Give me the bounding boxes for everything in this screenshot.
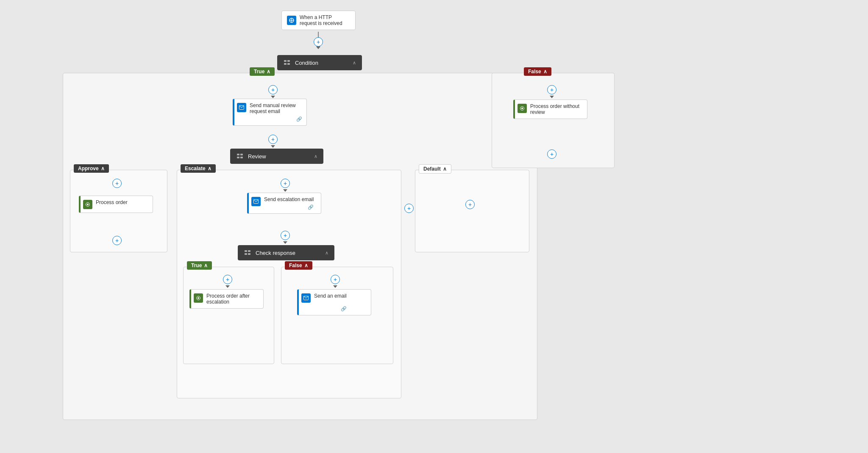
plus-approve-top[interactable]: +	[112, 179, 122, 188]
inner-false-label[interactable]: False ∧	[285, 261, 312, 270]
condition-node[interactable]: Condition ∧	[277, 55, 362, 70]
true-chevron: ∧	[267, 69, 270, 75]
approve-label[interactable]: Approve ∧	[74, 164, 109, 173]
svg-rect-24	[237, 154, 239, 155]
svg-rect-21	[284, 63, 287, 65]
plus-between-branches[interactable]: +	[404, 204, 414, 213]
default-container: Default ∧ +	[415, 170, 529, 252]
send-escalation-label: Send escalation email	[264, 196, 314, 202]
svg-rect-33	[245, 253, 247, 255]
send-manual-review-label: Send manual review request email	[250, 102, 302, 114]
svg-rect-32	[248, 250, 250, 252]
arrow-to-process-no-review	[550, 96, 554, 98]
review-chevron[interactable]: ∧	[314, 154, 317, 159]
process-order-node[interactable]: Process order	[79, 196, 153, 213]
workflow-canvas: When a HTTP request is received + Condit…	[0, 0, 868, 453]
svg-rect-20	[287, 60, 290, 62]
plus-inner-true[interactable]: +	[223, 275, 232, 284]
svg-rect-22	[287, 63, 290, 65]
svg-rect-27	[240, 157, 243, 158]
check-response-node[interactable]: Check response ∧	[238, 245, 334, 260]
process-icon-no-review	[517, 104, 527, 113]
plus-approve-bottom[interactable]: +	[112, 236, 122, 245]
process-after-escalation-label: Process order after escalation	[206, 293, 259, 305]
plus-trigger[interactable]: +	[314, 37, 323, 47]
process-icon-escalation	[194, 293, 203, 303]
link-icon-manual: 🔗	[296, 116, 302, 122]
condition-icon	[283, 58, 292, 67]
check-response-chevron[interactable]: ∧	[325, 250, 328, 256]
approve-container: Approve ∧ + Process order	[70, 170, 167, 252]
trigger-label: When a HTTP request is received	[300, 14, 350, 26]
approve-chevron: ∧	[101, 166, 105, 171]
plus-false-bottom[interactable]: +	[547, 149, 556, 159]
review-node[interactable]: Review ∧	[230, 149, 323, 164]
svg-point-36	[198, 297, 199, 299]
plus-default[interactable]: +	[465, 200, 475, 209]
svg-rect-34	[248, 253, 250, 255]
process-no-review-label: Process order without review	[530, 103, 583, 115]
send-email-node[interactable]: Send an email 🔗	[297, 289, 371, 315]
email-icon-escalation	[251, 197, 261, 206]
plus-escalate-top[interactable]: +	[281, 179, 290, 188]
review-label: Review	[248, 153, 266, 160]
arrow-to-review	[271, 145, 275, 148]
trigger-node[interactable]: When a HTTP request is received	[281, 11, 356, 30]
send-escalation-email-node[interactable]: Send escalation email 🔗	[247, 193, 321, 214]
escalate-container: Escalate ∧ +	[177, 170, 401, 398]
svg-rect-19	[284, 60, 287, 62]
arrow-trigger-condition	[316, 47, 320, 49]
plus-after-manual[interactable]: +	[268, 135, 278, 144]
plus-after-escalation-email[interactable]: +	[281, 231, 290, 240]
true-branch-label[interactable]: True ∧	[250, 67, 275, 76]
inner-true-chevron: ∧	[204, 262, 208, 268]
check-response-label: Check response	[256, 250, 295, 256]
http-icon	[287, 16, 296, 25]
arrow-to-process-after-escalation	[225, 285, 230, 288]
default-label[interactable]: Default ∧	[419, 164, 451, 174]
arrow-to-escalation-email	[283, 189, 287, 192]
plus-false-top[interactable]: +	[547, 85, 556, 94]
arrow-to-send-manual	[271, 96, 275, 98]
process-no-review-node[interactable]: Process order without review	[513, 99, 587, 119]
svg-point-29	[87, 204, 89, 205]
svg-rect-31	[245, 250, 247, 252]
condition-label: Condition	[295, 60, 318, 66]
check-response-icon	[244, 249, 252, 257]
false-chevron: ∧	[543, 69, 547, 75]
arrow-to-check-response	[283, 241, 287, 244]
svg-rect-26	[237, 157, 239, 158]
default-chevron: ∧	[443, 166, 447, 172]
outer-true-container: True ∧ + Send manual review request emai…	[63, 73, 537, 420]
svg-point-39	[521, 108, 523, 109]
inner-true-label[interactable]: True ∧	[187, 261, 212, 270]
process-icon-approve	[83, 200, 92, 209]
process-order-label: Process order	[96, 199, 128, 205]
svg-rect-25	[240, 154, 243, 155]
inner-true-container: True ∧ +	[183, 267, 274, 364]
false-branch-label[interactable]: False ∧	[524, 67, 551, 76]
inner-false-chevron: ∧	[304, 262, 308, 268]
condition-chevron[interactable]: ∧	[353, 60, 356, 66]
email-icon-manual	[237, 103, 246, 112]
plus-inner-false[interactable]: +	[331, 275, 340, 284]
process-order-after-escalation-node[interactable]: Process order after escalation	[189, 289, 264, 309]
email-icon-send	[301, 293, 311, 303]
send-email-label: Send an email	[314, 293, 347, 299]
plus-true-top[interactable]: +	[268, 85, 278, 94]
inner-false-container: False ∧ +	[281, 267, 393, 364]
link-icon-send-email: 🔗	[341, 306, 347, 311]
send-manual-review-node[interactable]: Send manual review request email 🔗	[233, 99, 307, 126]
arrow-to-send-email	[333, 285, 337, 288]
review-icon	[236, 152, 245, 160]
escalate-label[interactable]: Escalate ∧	[181, 164, 216, 173]
escalate-chevron: ∧	[208, 166, 211, 171]
false-outer-container: False ∧ + Process order without review	[492, 73, 615, 168]
link-icon-escalation: 🔗	[308, 204, 314, 210]
